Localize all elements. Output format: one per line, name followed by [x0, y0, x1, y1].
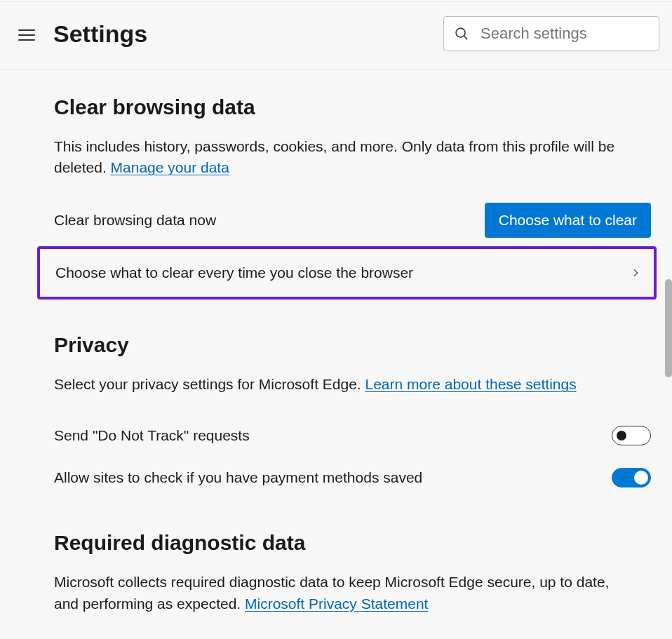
- page-title: Settings: [53, 20, 443, 48]
- privacy-heading: Privacy: [54, 333, 651, 357]
- search-input[interactable]: [481, 25, 649, 43]
- content: Clear browsing data This includes histor…: [0, 95, 672, 614]
- choose-on-close-label: Choose what to clear every time you clos…: [55, 264, 413, 281]
- choose-on-close-row[interactable]: Choose what to clear every time you clos…: [37, 246, 657, 300]
- clear-data-description: This includes history, passwords, cookie…: [54, 136, 615, 179]
- clear-now-row: Clear browsing data now Choose what to c…: [54, 199, 651, 242]
- payment-row: Allow sites to check if you have payment…: [54, 457, 651, 499]
- manage-your-data-link[interactable]: Manage your data: [111, 159, 229, 175]
- clear-browsing-data-heading: Clear browsing data: [54, 95, 651, 119]
- search-box[interactable]: [443, 16, 659, 51]
- privacy-learn-more-link[interactable]: Learn more about these settings: [365, 376, 577, 392]
- scrollbar-track[interactable]: [665, 80, 672, 639]
- dnt-label: Send "Do Not Track" requests: [54, 427, 250, 444]
- search-icon: [454, 26, 469, 41]
- dnt-row: Send "Do Not Track" requests: [54, 415, 651, 457]
- diagnostic-description: Microsoft collects required diagnostic d…: [54, 572, 615, 614]
- privacy-desc-text: Select your privacy settings for Microso…: [54, 376, 365, 392]
- diagnostic-heading: Required diagnostic data: [54, 531, 651, 555]
- privacy-description: Select your privacy settings for Microso…: [54, 374, 615, 395]
- dnt-toggle[interactable]: [612, 426, 651, 445]
- choose-what-to-clear-button[interactable]: Choose what to clear: [485, 203, 651, 238]
- scrollbar-thumb[interactable]: [665, 279, 672, 377]
- chevron-right-icon: [630, 266, 641, 280]
- header: Settings: [0, 2, 672, 70]
- svg-line-1: [464, 36, 468, 40]
- clear-now-label: Clear browsing data now: [54, 212, 216, 229]
- payment-label: Allow sites to check if you have payment…: [54, 469, 422, 486]
- menu-icon[interactable]: [18, 27, 35, 43]
- privacy-statement-link[interactable]: Microsoft Privacy Statement: [245, 596, 428, 612]
- svg-point-0: [456, 28, 465, 37]
- payment-toggle[interactable]: [612, 468, 651, 487]
